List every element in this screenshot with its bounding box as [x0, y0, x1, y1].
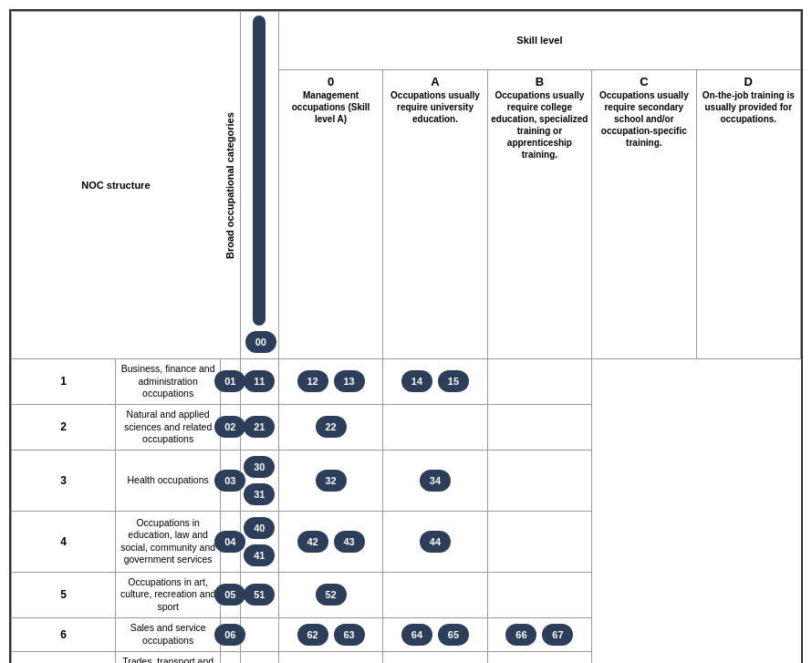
- row-label-6: Sales and service occupations: [116, 617, 220, 651]
- row-label-3: Health occupations: [116, 450, 220, 511]
- pill-22: 22: [316, 416, 347, 438]
- pill-31: 31: [244, 483, 275, 505]
- cell-2-colA: 21: [240, 404, 278, 450]
- cell-1-colD: [487, 359, 591, 405]
- pill-64: 64: [401, 624, 432, 646]
- row-num-6: 6: [12, 617, 116, 651]
- cell-6-col0: 06: [220, 617, 240, 651]
- cell-4-colD: [487, 511, 591, 572]
- cell-1-colA: 11: [240, 359, 278, 405]
- cell-4-col0: 04: [220, 511, 240, 572]
- cell-2-colB: 22: [278, 404, 382, 450]
- cell-2-colD: [487, 404, 591, 450]
- row-num-4: 4: [12, 511, 116, 572]
- cell-1-colC: 1415: [383, 359, 487, 405]
- cell-6-colD: 6667: [487, 617, 591, 651]
- pill-63: 63: [334, 624, 365, 646]
- colA-header: A Occupations usually require university…: [383, 69, 487, 358]
- col0-header: 0 Management occupations (Skill level A): [278, 69, 382, 358]
- cell-5-colD: [487, 572, 591, 617]
- cell-4-colC: 44: [383, 511, 487, 572]
- cell-3-colD: [487, 450, 591, 511]
- noc-structure-header: NOC structure: [12, 12, 221, 359]
- cell-5-col0: 05: [220, 572, 240, 617]
- pill-43: 43: [334, 531, 365, 553]
- pill-44: 44: [420, 531, 451, 553]
- cell-1-col0: 01: [220, 359, 240, 405]
- pill-04: 04: [214, 531, 245, 553]
- cell-5-colA: 51: [240, 572, 278, 617]
- pill-13: 13: [334, 370, 365, 392]
- cell-5-colB: 52: [278, 572, 382, 617]
- cell-1-colB: 1213: [278, 359, 382, 405]
- cell-7-colD: 76: [487, 651, 591, 663]
- cell-2-col0: 02: [220, 404, 240, 450]
- cell-2-colC: [383, 404, 487, 450]
- cell-3-colB: 32: [278, 450, 382, 511]
- cell-7-col0: 07: [220, 651, 240, 663]
- cell-5-colC: [383, 572, 487, 617]
- pill-21: 21: [244, 416, 275, 438]
- colB-header: B Occupations usually require college ed…: [487, 69, 591, 358]
- row-label-5: Occupations in art, culture, recreation …: [116, 572, 220, 617]
- skill-level-header: Skill level: [278, 12, 800, 70]
- pill-65: 65: [438, 624, 469, 646]
- cell-4-colA: 4041: [240, 511, 278, 572]
- row-num-3: 3: [12, 450, 116, 511]
- cell-7-colA: [240, 651, 278, 663]
- pill-34: 34: [420, 470, 451, 492]
- cell-4-colB: 4243: [278, 511, 382, 572]
- pill-06: 06: [214, 624, 245, 646]
- pill-02: 02: [214, 416, 245, 438]
- pill-05: 05: [214, 584, 245, 606]
- pill-41: 41: [244, 544, 275, 566]
- cell-3-colC: 34: [383, 450, 487, 511]
- cell-6-colB: 6263: [278, 617, 382, 651]
- pill-52: 52: [316, 584, 347, 606]
- row-label-2: Natural and applied sciences and related…: [116, 404, 220, 450]
- pill-11: 11: [244, 370, 275, 392]
- pill-12: 12: [297, 370, 328, 392]
- cell-6-colA: [240, 617, 278, 651]
- row-num-1: 1: [12, 359, 116, 405]
- pill-40: 40: [244, 517, 275, 539]
- broad-occupational-header: Broad occupational categories: [220, 12, 240, 359]
- row-num-2: 2: [12, 404, 116, 450]
- row-label-7: Trades, transport and equipment operator…: [116, 651, 220, 663]
- cell-7-colB: 7273: [278, 651, 382, 663]
- pill-03: 03: [214, 470, 245, 492]
- row-label-4: Occupations in education, law and social…: [116, 511, 220, 572]
- cell-3-col0: 03: [220, 450, 240, 511]
- pill-00: 00: [245, 331, 276, 353]
- main-container: NOC structure Broad occupational categor…: [9, 9, 803, 663]
- row-num-7: 7: [12, 651, 116, 663]
- cell-6-colC: 6465: [383, 617, 487, 651]
- colD-header: D On-the-job training is usually provide…: [696, 69, 800, 358]
- pill-62: 62: [297, 624, 328, 646]
- pill-30: 30: [244, 456, 275, 478]
- colC-header: C Occupations usually require secondary …: [592, 69, 696, 358]
- row-label-1: Business, finance and administration occ…: [116, 359, 220, 405]
- pill-42: 42: [297, 531, 328, 553]
- pill-01: 01: [214, 370, 245, 392]
- pill-67: 67: [542, 624, 573, 646]
- cell-7-colC: 7475: [383, 651, 487, 663]
- row-num-5: 5: [12, 572, 116, 617]
- zero-zero-cell: 00: [240, 12, 278, 359]
- pill-51: 51: [244, 584, 275, 606]
- pill-32: 32: [316, 470, 347, 492]
- cell-3-colA: 3031: [240, 450, 278, 511]
- pill-66: 66: [505, 624, 536, 646]
- pill-15: 15: [438, 370, 469, 392]
- pill-14: 14: [401, 370, 432, 392]
